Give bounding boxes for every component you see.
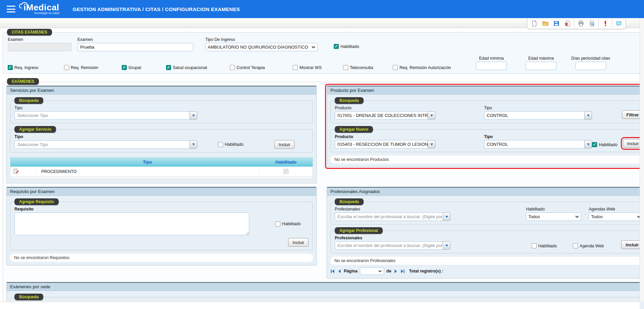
requisito-por-examen-panel: Requisito por Examen Agregar Requisito R… [6, 187, 317, 265]
edad-minima-input[interactable] [476, 62, 507, 70]
examen-name-input[interactable] [77, 43, 193, 51]
checkbox-req-remision-autorizacion[interactable]: Req. Remisión Autorización [393, 65, 467, 70]
last-page-icon[interactable] [400, 269, 405, 273]
combo-dropdown-button[interactable] [190, 140, 197, 149]
combo-dropdown-button[interactable] [190, 111, 197, 120]
toolbar-separator [612, 19, 612, 27]
checkbox-salud-ocupacional[interactable]: Salud ocupacional [166, 65, 230, 70]
warning-icon[interactable] [600, 19, 611, 28]
requisito-incluir-button[interactable]: Incluir [288, 238, 309, 247]
page-select[interactable] [360, 267, 384, 275]
habilitado-top-checkbox-row[interactable]: Habilitado [334, 44, 359, 49]
dias-periocidad-input[interactable] [575, 62, 606, 70]
triangle-down-icon [587, 143, 590, 145]
agregar-servicio-badge: Agregar Servicio [14, 126, 56, 133]
agenda-web-checkbox[interactable] [573, 243, 578, 248]
print-preview-icon[interactable] [586, 19, 597, 28]
de-label: de [386, 269, 391, 273]
comment-icon[interactable] [613, 19, 624, 28]
checkbox-control-terapia[interactable]: Control Terapia [230, 65, 293, 70]
requisito-textarea[interactable] [14, 212, 249, 235]
agregar-servicio-tipo-combobox[interactable]: Seleccione Tipo [14, 140, 197, 149]
salud-ocupacional-checkbox[interactable] [166, 65, 171, 70]
req-remision-autorizacion-checkbox[interactable] [393, 65, 398, 70]
habilitado-top-checkbox[interactable] [334, 44, 339, 49]
agregar-nuevo-fieldset: Agregar Nuevo Producto 015403 - RESECCIO… [330, 129, 644, 152]
producto-busqueda-badge: Búsqueda [335, 97, 364, 104]
control-terapia-checkbox[interactable] [230, 65, 235, 70]
previous-page-icon[interactable] [337, 269, 341, 273]
combo-dropdown-button[interactable] [428, 140, 435, 148]
profesionales-asignados-panel: Profesionales Asignados Búsqueda Profesi… [327, 187, 644, 279]
toolbar [527, 18, 626, 29]
combo-dropdown-button[interactable] [443, 241, 450, 250]
habilitado-filter-value: Todos [528, 214, 575, 219]
checkbox-req-remision[interactable]: Req. Remisión [64, 65, 122, 70]
toolbar-separator [574, 19, 574, 27]
edad-maxima-input[interactable] [526, 62, 556, 70]
print-icon[interactable] [575, 19, 586, 28]
chevron-down-icon [575, 215, 579, 218]
profesionales-empty-message: No se encontraron Profesionales [330, 257, 644, 265]
agregar-nuevo-habilitado[interactable]: Habilitado [592, 142, 618, 147]
page-footer [0, 302, 640, 309]
checkbox-grupal[interactable]: Grupal [122, 65, 166, 70]
combo-dropdown-button[interactable] [584, 140, 592, 148]
new-document-icon[interactable] [529, 19, 540, 28]
scrollbar-track[interactable] [640, 18, 644, 302]
agregar-producto-combobox[interactable]: 015403 - RESECCION DE TUMOR O LESION [335, 140, 435, 148]
save-icon[interactable] [551, 19, 562, 28]
open-folder-icon[interactable] [540, 19, 551, 28]
edad-maxima-label: Edad máxima [528, 56, 554, 61]
triangle-down-icon [430, 115, 433, 117]
pagination: Página de Total registro(s) : [330, 267, 644, 275]
agregar-nuevo-badge: Agregar Nuevo [335, 126, 373, 133]
habilitado-filter-select[interactable]: Todos [526, 212, 581, 221]
servicios-busqueda-badge: Búsqueda [14, 97, 43, 104]
agendas-web-value: Todos [591, 214, 637, 219]
agregar-producto-label: Producto [335, 134, 435, 139]
agregar-servicio-incluir-button[interactable]: Incluir [274, 140, 295, 149]
combo-dropdown-button[interactable] [443, 212, 450, 221]
mostrar-ws-checkbox[interactable] [293, 65, 298, 70]
agregar-profesionales-label: Profesionales [335, 236, 450, 240]
servicios-table-header: Tipo Habilitado [10, 158, 313, 167]
chevron-down-icon [378, 270, 382, 272]
combo-dropdown-button[interactable] [428, 111, 435, 120]
first-page-icon[interactable] [330, 269, 335, 273]
checkbox-mostrar-ws[interactable]: Mostrar WS [293, 65, 343, 70]
agregar-servicio-habilitado[interactable]: Habilitado [218, 142, 244, 147]
servicios-panel-title: Servicios por Examen [7, 86, 316, 95]
servicios-tipo-combobox[interactable]: Seleccione Tipo [14, 111, 197, 120]
checkbox-teleconsulta[interactable]: Teleconsulta [343, 65, 393, 70]
edit-row-icon[interactable] [13, 168, 19, 175]
profesionales-search-combobox[interactable]: Escriba el nombre del profesional a busc… [335, 212, 450, 221]
agregar-profesional-combobox[interactable]: Escriba el nombre del profesional a busc… [335, 241, 450, 250]
tipo-ingreso-select[interactable]: AMBULATORIO NO QUIRURGICO DIAGNOSTICO [205, 43, 318, 51]
requisito-habilitado-checkbox[interactable] [275, 222, 280, 227]
menu-icon[interactable] [7, 6, 15, 12]
agendas-web-select[interactable]: Todos [589, 212, 643, 221]
combo-dropdown-button[interactable] [584, 111, 592, 120]
req-remision-checkbox[interactable] [64, 65, 69, 70]
sedes-panel-title: Exámenes por sede [7, 282, 644, 291]
agregar-servicio-habilitado-checkbox[interactable] [218, 142, 223, 147]
grupal-checkbox[interactable] [122, 65, 127, 70]
teleconsulta-checkbox[interactable] [343, 65, 348, 70]
checkbox-req-ingreso[interactable]: Req. Ingreso [8, 65, 64, 70]
agregar-nuevo-habilitado-checkbox[interactable] [592, 142, 597, 147]
agregar-tipo-combobox[interactable]: CONTROL [484, 140, 592, 148]
agregar-profesional-agenda-web[interactable]: Agenda Web [573, 243, 604, 248]
agregar-profesional-habilitado-checkbox[interactable] [532, 243, 537, 248]
table-row: PROCEDIMIENTO [10, 167, 313, 176]
delete-icon[interactable] [562, 19, 573, 28]
producto-combobox[interactable]: 017001 - DRENAJE DE COLECCIONES INTRACER… [335, 111, 435, 120]
producto-tipo-combobox[interactable]: CONTROL [484, 111, 592, 120]
requisito-habilitado[interactable]: Habilitado [275, 222, 301, 227]
next-page-icon[interactable] [394, 269, 398, 273]
servicios-busqueda-fieldset: Búsqueda Tipo Seleccione Tipo [10, 101, 313, 123]
examen-name-label: Examen [77, 37, 193, 42]
req-ingreso-checkbox[interactable] [8, 65, 13, 70]
agregar-profesional-habilitado[interactable]: Habilitado [532, 243, 557, 248]
breadcrumb: GESTION ADMINISTRATIVA / CITAS / CONFIGU… [73, 6, 240, 12]
